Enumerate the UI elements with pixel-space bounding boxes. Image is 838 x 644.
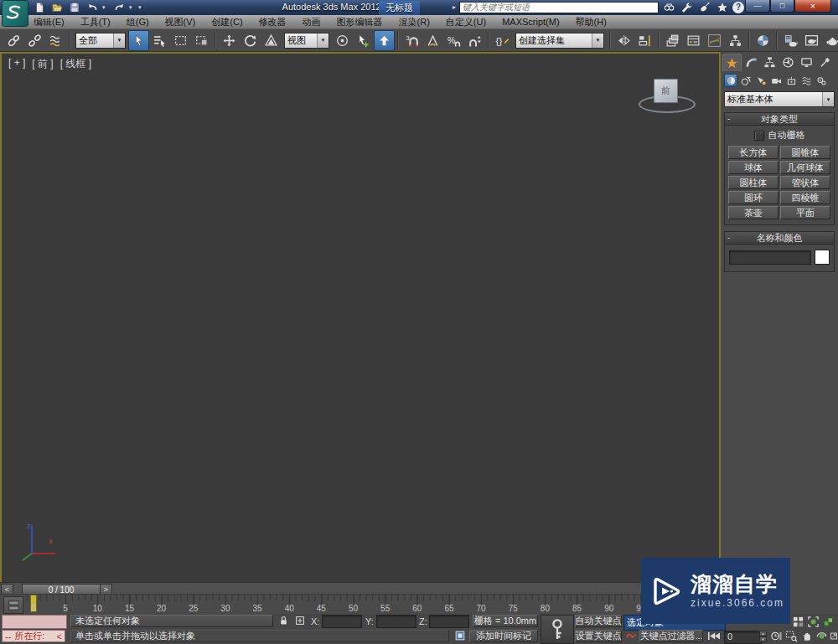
maximize-button[interactable]: □ (770, 0, 794, 13)
category-systems[interactable] (815, 74, 828, 87)
z-coordinate-field[interactable] (429, 615, 469, 628)
viewcube[interactable]: 前 (637, 74, 696, 112)
key-filters-button[interactable]: 关键点过滤器... (639, 630, 703, 642)
spinner-snap-toggle-button[interactable] (464, 30, 485, 51)
new-scene-icon[interactable] (32, 1, 47, 13)
object-type-button-cylinder[interactable]: 圆柱体 (728, 176, 779, 189)
y-coordinate-field[interactable] (376, 615, 416, 628)
select-and-rotate-button[interactable] (240, 30, 261, 51)
save-file-icon[interactable] (67, 1, 82, 13)
track-bar[interactable]: 0510152025303540455055606570758085909510… (0, 594, 719, 616)
use-pivot-point-center-button[interactable] (332, 30, 353, 51)
communication-center-icon[interactable] (697, 1, 711, 13)
minimize-button[interactable]: — (745, 0, 770, 13)
search-icon[interactable] (662, 1, 676, 13)
render-production-button[interactable] (822, 30, 838, 51)
open-file-icon[interactable] (49, 1, 65, 13)
application-menu-button[interactable] (2, 0, 28, 27)
material-editor-button[interactable] (753, 30, 773, 51)
category-cameras[interactable] (769, 74, 783, 87)
menu-item-0[interactable]: 编辑(E) (34, 16, 65, 28)
angle-snap-toggle-button[interactable] (422, 30, 443, 51)
object-type-button-geosphere[interactable]: 几何球体 (780, 161, 830, 174)
manage-layers-button[interactable] (662, 30, 683, 51)
current-frame-field[interactable]: 0 (724, 631, 762, 644)
menu-item-1[interactable]: 工具(T) (80, 16, 111, 28)
add-time-tag-icon[interactable] (453, 629, 467, 642)
listener-status-field[interactable]: -- 所在行: < (2, 630, 65, 642)
time-configuration-icon[interactable] (769, 629, 784, 642)
set-key-button[interactable]: 设置关键点 (575, 630, 622, 642)
spinner-up-icon[interactable]: ▲ (759, 631, 767, 636)
bind-to-space-warp-button[interactable] (45, 30, 66, 51)
menu-item-11[interactable]: 帮助(H) (576, 16, 607, 28)
align-button[interactable] (634, 30, 655, 51)
qat-customize-icon[interactable]: ▾ (138, 4, 145, 11)
redo-icon[interactable] (111, 1, 127, 13)
snap-toggle-3d-button[interactable]: 3 (401, 30, 422, 51)
viewcube-cube[interactable]: 前 (654, 79, 678, 103)
object-type-button-teapot[interactable]: 茶壶 (728, 206, 779, 219)
undo-icon[interactable] (85, 1, 100, 13)
percent-snap-toggle-button[interactable]: % (443, 30, 464, 51)
modify-tab[interactable] (742, 54, 760, 70)
curve-editor-button[interactable] (704, 30, 725, 51)
rectangular-selection-region-button[interactable] (170, 30, 191, 51)
window-crossing-toggle[interactable] (191, 30, 212, 51)
display-tab[interactable] (798, 54, 815, 70)
menu-item-7[interactable]: 图形编辑器 (337, 16, 383, 28)
object-type-button-box[interactable]: 长方体 (728, 146, 779, 159)
menu-item-4[interactable]: 创建(C) (211, 16, 242, 28)
object-category-dropdown[interactable]: 标准基本体 ▼ (724, 91, 835, 107)
category-lights[interactable] (754, 74, 768, 87)
name-color-rollout-header[interactable]: - 名称和颜色 (725, 232, 834, 245)
menu-item-2[interactable]: 组(G) (127, 16, 149, 28)
zoom-extents-all-icon[interactable] (821, 615, 835, 628)
object-name-field[interactable] (729, 250, 811, 265)
pan-hand-icon[interactable] (799, 629, 814, 642)
undo-dropdown-icon[interactable]: ▾ (102, 4, 109, 11)
auto-key-button[interactable]: 自动关键点 (575, 615, 622, 627)
menu-item-9[interactable]: 自定义(U) (446, 16, 486, 28)
maximize-viewport-toggle-icon[interactable] (830, 629, 838, 642)
menu-item-10[interactable]: MAXScript(M) (502, 17, 559, 27)
absolute-offset-toggle-icon[interactable] (292, 614, 307, 627)
schematic-view-button[interactable] (725, 30, 746, 51)
unlink-selection-button[interactable] (24, 30, 45, 51)
create-tab[interactable] (722, 54, 742, 71)
orbit-icon[interactable] (815, 629, 829, 642)
add-time-tag-button[interactable]: 添加时间标记 (469, 630, 538, 642)
category-geometry[interactable] (724, 74, 737, 87)
close-button[interactable]: × (794, 0, 831, 13)
viewport-general-menu[interactable]: [ + ] (8, 57, 25, 71)
hierarchy-tab[interactable] (761, 54, 779, 70)
frame-spinner[interactable]: ▲ ▼ (759, 631, 767, 641)
object-type-button-torus[interactable]: 圆环 (728, 191, 779, 204)
select-object-button[interactable] (128, 30, 149, 51)
menu-item-5[interactable]: 修改器 (259, 16, 287, 28)
object-type-button-pyramid[interactable]: 四棱锥 (780, 191, 830, 204)
selection-lock-icon[interactable] (277, 614, 291, 627)
reference-coordinate-dropdown[interactable]: 视图▼ (284, 33, 329, 49)
wrench-icon[interactable] (680, 1, 694, 13)
category-helpers[interactable] (784, 74, 798, 87)
track-bar-ruler[interactable]: 0510152025303540455055606570758085909510… (23, 595, 717, 614)
object-type-button-cone[interactable]: 圆锥体 (780, 146, 830, 159)
redo-dropdown-icon[interactable]: ▾ (129, 4, 136, 11)
keyboard-shortcut-override-toggle[interactable] (374, 30, 395, 51)
mirror-button[interactable] (613, 30, 634, 51)
select-and-move-button[interactable] (219, 30, 240, 51)
render-setup-button[interactable] (780, 30, 801, 51)
viewport-shading-menu[interactable]: [ 线框 ] (60, 57, 91, 71)
set-keys-button[interactable] (541, 615, 574, 644)
zoom-extents-selected-icon[interactable] (806, 615, 820, 628)
select-and-manipulate-button[interactable] (353, 30, 374, 51)
selection-filter-dropdown[interactable]: 全部▼ (75, 33, 126, 49)
object-type-button-sphere[interactable]: 球体 (728, 161, 779, 174)
zoom-extents-icon[interactable] (791, 615, 805, 628)
help-icon[interactable]: ? (732, 2, 744, 13)
go-to-start-icon[interactable] (706, 629, 722, 642)
utilities-tab[interactable] (816, 54, 834, 70)
infocenter-flyout-icon[interactable]: ▸ (453, 3, 456, 11)
select-and-link-button[interactable] (3, 30, 24, 51)
